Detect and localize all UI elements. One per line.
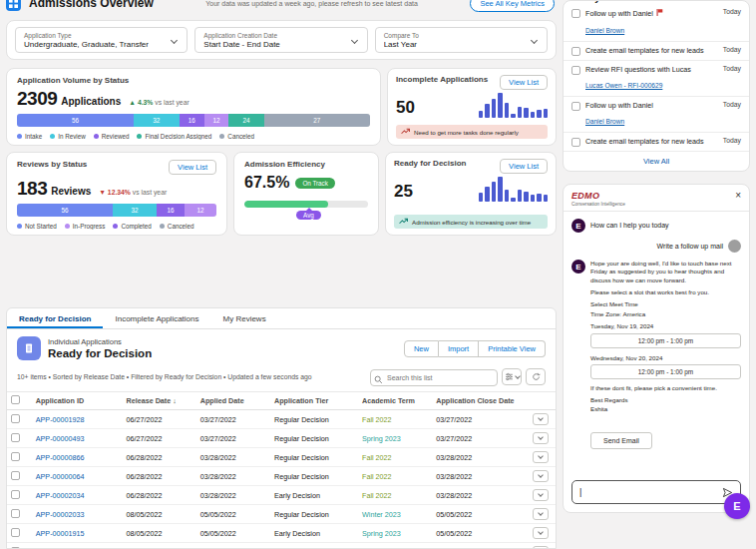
application-id-link[interactable]: APP-00002034 bbox=[32, 543, 123, 549]
column-header[interactable]: Application Close Date bbox=[432, 392, 528, 410]
task-item: Follow up with DanielDaniel BrownToday bbox=[564, 97, 749, 133]
table-cell: Early Decision bbox=[270, 486, 358, 505]
table-cell: Early Decision bbox=[270, 524, 358, 543]
view-list-button[interactable]: View List bbox=[500, 159, 548, 174]
table-row: APP-0000192806/27/202203/27/2022Regular … bbox=[7, 410, 556, 429]
refresh-button[interactable] bbox=[526, 368, 546, 385]
row-checkbox-cell bbox=[7, 429, 32, 448]
view-list-button[interactable]: View List bbox=[500, 75, 548, 90]
task-link[interactable]: Lucas Owen - RFI-000629 bbox=[585, 82, 662, 89]
row-action-cell bbox=[529, 429, 557, 448]
row-menu-button[interactable] bbox=[533, 489, 549, 501]
close-icon[interactable]: × bbox=[735, 191, 741, 201]
task-due: Today bbox=[723, 8, 741, 37]
edmo-chat-fab[interactable]: E bbox=[724, 493, 750, 519]
application-id-link[interactable]: APP-00000064 bbox=[32, 467, 123, 486]
send-email-button[interactable]: Send Email bbox=[590, 432, 652, 449]
task-checkbox[interactable] bbox=[571, 102, 580, 111]
reply-paragraph: If these dont fit, please pick a conveni… bbox=[590, 384, 741, 392]
table-cell: Regular Decision bbox=[270, 505, 358, 524]
header-action-button[interactable]: See All Key Metrics bbox=[470, 0, 555, 12]
task-title: Create email templates for new leads bbox=[585, 46, 718, 55]
application-id-link[interactable]: APP-00002034 bbox=[32, 486, 123, 505]
row-checkbox[interactable] bbox=[11, 452, 20, 461]
task-checkbox[interactable] bbox=[571, 66, 580, 75]
legend-label: In-Progress bbox=[73, 223, 106, 230]
time-slot-button[interactable]: 12:00 pm - 1:00 pm bbox=[590, 333, 741, 348]
select-all-checkbox[interactable] bbox=[11, 395, 20, 404]
mini-bar bbox=[524, 108, 529, 118]
user-avatar bbox=[728, 240, 741, 253]
column-header[interactable]: Application Tier bbox=[270, 392, 358, 410]
tab-my-reviews[interactable]: My Reviews bbox=[211, 308, 278, 328]
table-cell: 06/28/2022 bbox=[123, 467, 196, 486]
legend-item: Intake bbox=[17, 133, 42, 140]
table-cell: 03/28/2022 bbox=[196, 486, 270, 505]
row-checkbox[interactable] bbox=[11, 509, 20, 518]
task-due: Today bbox=[723, 46, 741, 56]
task-item: Create email templates for new leadsToda… bbox=[564, 42, 749, 61]
view-all-link[interactable]: View All bbox=[564, 152, 749, 171]
application-type-filter[interactable]: Application Type Undergraduate, Graduate… bbox=[15, 27, 188, 53]
ready-alert: Admission efficiency is increasing over … bbox=[394, 215, 548, 229]
table-cell: Spring 2023 bbox=[358, 524, 432, 543]
application-creation-date-filter[interactable]: Application Creation Date Start Date - E… bbox=[194, 27, 367, 53]
meeting-day-label: Tuesday, Nov 19, 2024 bbox=[590, 322, 741, 330]
row-menu-button[interactable] bbox=[533, 432, 549, 444]
reply-paragraph: Eshita bbox=[590, 405, 741, 413]
task-body: Follow up with DanielDaniel Brown bbox=[585, 101, 718, 128]
column-header[interactable]: Applied Date bbox=[196, 392, 270, 410]
chat-input[interactable]: | bbox=[571, 480, 741, 504]
list-settings-button[interactable] bbox=[502, 368, 522, 385]
row-menu-button[interactable] bbox=[533, 451, 549, 463]
row-checkbox[interactable] bbox=[11, 471, 20, 480]
task-link[interactable]: Daniel Brown bbox=[585, 118, 624, 125]
application-id-link[interactable]: APP-00001915 bbox=[32, 524, 123, 543]
tab-incomplete-applications[interactable]: Incomplete Applications bbox=[103, 308, 210, 328]
table-cell: 03/28/2022 bbox=[432, 467, 528, 486]
table-header-row: Application IDRelease Date ↓Applied Date… bbox=[7, 392, 556, 410]
compare-to-filter[interactable]: Compare To Last Year bbox=[375, 27, 548, 53]
table-cell: 03/28/2022 bbox=[196, 448, 270, 467]
mini-bar bbox=[518, 107, 523, 118]
time-slot-button[interactable]: 12:00 pm - 1:00 pm bbox=[590, 364, 741, 379]
row-checkbox[interactable] bbox=[11, 528, 20, 537]
legend-label: Intake bbox=[25, 133, 42, 140]
table-row: APP-0000203308/05/202205/05/2022Regular … bbox=[7, 505, 556, 524]
row-checkbox[interactable] bbox=[11, 490, 20, 499]
column-header[interactable]: Academic Term bbox=[358, 392, 432, 410]
column-header[interactable]: Release Date ↓ bbox=[123, 392, 196, 410]
row-checkbox[interactable] bbox=[11, 414, 20, 423]
task-checkbox[interactable] bbox=[571, 138, 580, 147]
text-cursor: | bbox=[579, 487, 581, 497]
legend-item: Canceled bbox=[160, 223, 194, 230]
task-checkbox[interactable] bbox=[571, 47, 580, 56]
applications-table: Application IDRelease Date ↓Applied Date… bbox=[7, 391, 556, 549]
table-row: APP-0000203406/28/202203/28/2022Early De… bbox=[7, 486, 556, 505]
task-link[interactable]: Daniel Brown bbox=[585, 27, 624, 34]
search-input[interactable] bbox=[370, 369, 498, 386]
row-menu-button[interactable] bbox=[533, 527, 549, 539]
select-all-cell bbox=[7, 392, 32, 410]
task-checkbox[interactable] bbox=[571, 9, 580, 18]
application-id-link[interactable]: APP-00000493 bbox=[32, 429, 123, 448]
card-title: Incomplete Applications bbox=[396, 75, 488, 84]
view-list-button[interactable]: View List bbox=[169, 160, 216, 175]
filter-label: Application Creation Date bbox=[203, 32, 279, 39]
row-menu-button[interactable] bbox=[533, 413, 549, 425]
new-button[interactable]: New bbox=[404, 340, 439, 357]
row-menu-button[interactable] bbox=[533, 470, 549, 482]
column-header[interactable]: Application ID bbox=[32, 392, 123, 410]
application-id-link[interactable]: APP-00000866 bbox=[32, 448, 123, 467]
import-button[interactable]: Import bbox=[439, 340, 479, 357]
tab-ready-for-decision[interactable]: Ready for Decision bbox=[7, 308, 103, 328]
table-cell: 06/28/2022 bbox=[123, 448, 196, 467]
printable-view-button[interactable]: Printable View bbox=[479, 340, 546, 357]
application-volume-card: Application Volume by Status 2309 Applic… bbox=[6, 68, 381, 146]
row-checkbox[interactable] bbox=[11, 433, 20, 442]
application-id-link[interactable]: APP-00001928 bbox=[32, 410, 123, 429]
table-cell: Fall 2022 bbox=[358, 410, 432, 429]
row-menu-button[interactable] bbox=[533, 508, 549, 520]
bar-segment: 16 bbox=[180, 114, 204, 127]
application-id-link[interactable]: APP-00002033 bbox=[32, 505, 123, 524]
